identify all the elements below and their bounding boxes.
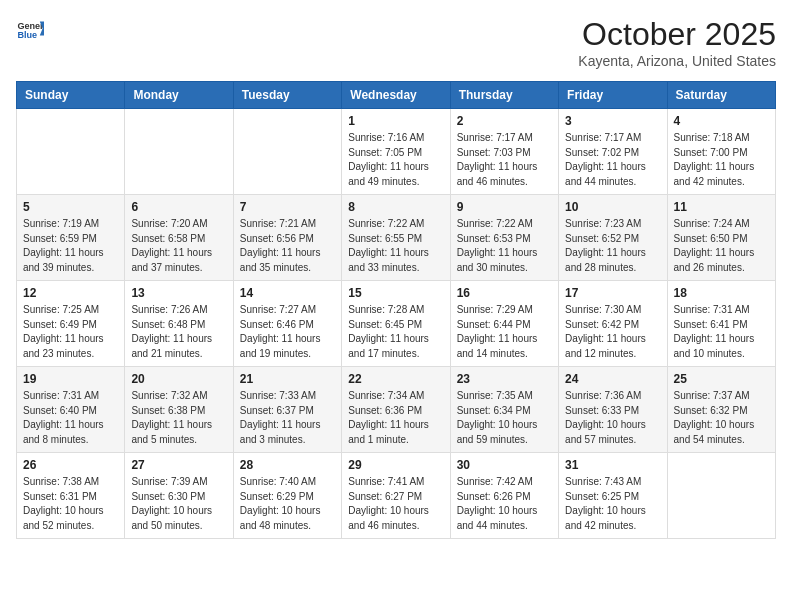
calendar-cell: 2Sunrise: 7:17 AM Sunset: 7:03 PM Daylig…: [450, 109, 558, 195]
day-number: 14: [240, 286, 335, 300]
day-number: 29: [348, 458, 443, 472]
weekday-header-tuesday: Tuesday: [233, 82, 341, 109]
calendar-cell: 20Sunrise: 7:32 AM Sunset: 6:38 PM Dayli…: [125, 367, 233, 453]
day-number: 20: [131, 372, 226, 386]
calendar-cell: 27Sunrise: 7:39 AM Sunset: 6:30 PM Dayli…: [125, 453, 233, 539]
calendar-cell: 10Sunrise: 7:23 AM Sunset: 6:52 PM Dayli…: [559, 195, 667, 281]
day-number: 16: [457, 286, 552, 300]
calendar-cell: 15Sunrise: 7:28 AM Sunset: 6:45 PM Dayli…: [342, 281, 450, 367]
weekday-header-saturday: Saturday: [667, 82, 775, 109]
calendar-cell: 7Sunrise: 7:21 AM Sunset: 6:56 PM Daylig…: [233, 195, 341, 281]
page-header: General Blue October 2025 Kayenta, Arizo…: [16, 16, 776, 69]
day-info: Sunrise: 7:41 AM Sunset: 6:27 PM Dayligh…: [348, 475, 443, 533]
logo-icon: General Blue: [16, 16, 44, 44]
day-info: Sunrise: 7:36 AM Sunset: 6:33 PM Dayligh…: [565, 389, 660, 447]
calendar-cell: 1Sunrise: 7:16 AM Sunset: 7:05 PM Daylig…: [342, 109, 450, 195]
day-number: 3: [565, 114, 660, 128]
logo: General Blue: [16, 16, 44, 44]
day-number: 2: [457, 114, 552, 128]
day-info: Sunrise: 7:23 AM Sunset: 6:52 PM Dayligh…: [565, 217, 660, 275]
calendar-cell: 22Sunrise: 7:34 AM Sunset: 6:36 PM Dayli…: [342, 367, 450, 453]
calendar-cell: 30Sunrise: 7:42 AM Sunset: 6:26 PM Dayli…: [450, 453, 558, 539]
calendar-cell: [17, 109, 125, 195]
day-info: Sunrise: 7:20 AM Sunset: 6:58 PM Dayligh…: [131, 217, 226, 275]
calendar-cell: 4Sunrise: 7:18 AM Sunset: 7:00 PM Daylig…: [667, 109, 775, 195]
day-info: Sunrise: 7:19 AM Sunset: 6:59 PM Dayligh…: [23, 217, 118, 275]
calendar-week-row: 1Sunrise: 7:16 AM Sunset: 7:05 PM Daylig…: [17, 109, 776, 195]
day-number: 1: [348, 114, 443, 128]
calendar-week-row: 12Sunrise: 7:25 AM Sunset: 6:49 PM Dayli…: [17, 281, 776, 367]
day-info: Sunrise: 7:31 AM Sunset: 6:40 PM Dayligh…: [23, 389, 118, 447]
day-number: 19: [23, 372, 118, 386]
calendar-cell: [125, 109, 233, 195]
day-number: 26: [23, 458, 118, 472]
calendar-week-row: 19Sunrise: 7:31 AM Sunset: 6:40 PM Dayli…: [17, 367, 776, 453]
day-info: Sunrise: 7:22 AM Sunset: 6:53 PM Dayligh…: [457, 217, 552, 275]
weekday-header-sunday: Sunday: [17, 82, 125, 109]
weekday-header-row: SundayMondayTuesdayWednesdayThursdayFrid…: [17, 82, 776, 109]
day-number: 18: [674, 286, 769, 300]
day-number: 5: [23, 200, 118, 214]
weekday-header-thursday: Thursday: [450, 82, 558, 109]
calendar-cell: [667, 453, 775, 539]
day-info: Sunrise: 7:43 AM Sunset: 6:25 PM Dayligh…: [565, 475, 660, 533]
day-info: Sunrise: 7:16 AM Sunset: 7:05 PM Dayligh…: [348, 131, 443, 189]
day-number: 7: [240, 200, 335, 214]
day-number: 9: [457, 200, 552, 214]
day-number: 30: [457, 458, 552, 472]
day-info: Sunrise: 7:21 AM Sunset: 6:56 PM Dayligh…: [240, 217, 335, 275]
day-info: Sunrise: 7:24 AM Sunset: 6:50 PM Dayligh…: [674, 217, 769, 275]
day-number: 27: [131, 458, 226, 472]
calendar-week-row: 5Sunrise: 7:19 AM Sunset: 6:59 PM Daylig…: [17, 195, 776, 281]
day-number: 25: [674, 372, 769, 386]
calendar-cell: 16Sunrise: 7:29 AM Sunset: 6:44 PM Dayli…: [450, 281, 558, 367]
day-info: Sunrise: 7:22 AM Sunset: 6:55 PM Dayligh…: [348, 217, 443, 275]
day-info: Sunrise: 7:29 AM Sunset: 6:44 PM Dayligh…: [457, 303, 552, 361]
calendar-cell: 19Sunrise: 7:31 AM Sunset: 6:40 PM Dayli…: [17, 367, 125, 453]
weekday-header-monday: Monday: [125, 82, 233, 109]
day-number: 31: [565, 458, 660, 472]
day-info: Sunrise: 7:18 AM Sunset: 7:00 PM Dayligh…: [674, 131, 769, 189]
weekday-header-wednesday: Wednesday: [342, 82, 450, 109]
day-info: Sunrise: 7:30 AM Sunset: 6:42 PM Dayligh…: [565, 303, 660, 361]
weekday-header-friday: Friday: [559, 82, 667, 109]
calendar-cell: 21Sunrise: 7:33 AM Sunset: 6:37 PM Dayli…: [233, 367, 341, 453]
day-number: 10: [565, 200, 660, 214]
day-number: 4: [674, 114, 769, 128]
calendar-week-row: 26Sunrise: 7:38 AM Sunset: 6:31 PM Dayli…: [17, 453, 776, 539]
calendar-cell: 8Sunrise: 7:22 AM Sunset: 6:55 PM Daylig…: [342, 195, 450, 281]
calendar-cell: 23Sunrise: 7:35 AM Sunset: 6:34 PM Dayli…: [450, 367, 558, 453]
calendar-cell: 28Sunrise: 7:40 AM Sunset: 6:29 PM Dayli…: [233, 453, 341, 539]
day-info: Sunrise: 7:39 AM Sunset: 6:30 PM Dayligh…: [131, 475, 226, 533]
day-info: Sunrise: 7:40 AM Sunset: 6:29 PM Dayligh…: [240, 475, 335, 533]
calendar-cell: 9Sunrise: 7:22 AM Sunset: 6:53 PM Daylig…: [450, 195, 558, 281]
day-info: Sunrise: 7:32 AM Sunset: 6:38 PM Dayligh…: [131, 389, 226, 447]
svg-text:Blue: Blue: [17, 30, 37, 40]
day-info: Sunrise: 7:34 AM Sunset: 6:36 PM Dayligh…: [348, 389, 443, 447]
day-info: Sunrise: 7:28 AM Sunset: 6:45 PM Dayligh…: [348, 303, 443, 361]
day-info: Sunrise: 7:17 AM Sunset: 7:02 PM Dayligh…: [565, 131, 660, 189]
day-info: Sunrise: 7:25 AM Sunset: 6:49 PM Dayligh…: [23, 303, 118, 361]
calendar-cell: 26Sunrise: 7:38 AM Sunset: 6:31 PM Dayli…: [17, 453, 125, 539]
day-number: 8: [348, 200, 443, 214]
calendar-cell: 14Sunrise: 7:27 AM Sunset: 6:46 PM Dayli…: [233, 281, 341, 367]
day-info: Sunrise: 7:33 AM Sunset: 6:37 PM Dayligh…: [240, 389, 335, 447]
day-number: 6: [131, 200, 226, 214]
calendar-cell: 17Sunrise: 7:30 AM Sunset: 6:42 PM Dayli…: [559, 281, 667, 367]
day-info: Sunrise: 7:38 AM Sunset: 6:31 PM Dayligh…: [23, 475, 118, 533]
calendar-cell: 18Sunrise: 7:31 AM Sunset: 6:41 PM Dayli…: [667, 281, 775, 367]
calendar-cell: 6Sunrise: 7:20 AM Sunset: 6:58 PM Daylig…: [125, 195, 233, 281]
calendar-cell: 11Sunrise: 7:24 AM Sunset: 6:50 PM Dayli…: [667, 195, 775, 281]
day-number: 13: [131, 286, 226, 300]
calendar-cell: 24Sunrise: 7:36 AM Sunset: 6:33 PM Dayli…: [559, 367, 667, 453]
day-number: 12: [23, 286, 118, 300]
calendar-cell: 3Sunrise: 7:17 AM Sunset: 7:02 PM Daylig…: [559, 109, 667, 195]
day-info: Sunrise: 7:17 AM Sunset: 7:03 PM Dayligh…: [457, 131, 552, 189]
day-info: Sunrise: 7:27 AM Sunset: 6:46 PM Dayligh…: [240, 303, 335, 361]
calendar-table: SundayMondayTuesdayWednesdayThursdayFrid…: [16, 81, 776, 539]
day-number: 21: [240, 372, 335, 386]
month-title: October 2025: [578, 16, 776, 53]
calendar-cell: 13Sunrise: 7:26 AM Sunset: 6:48 PM Dayli…: [125, 281, 233, 367]
day-number: 11: [674, 200, 769, 214]
day-number: 22: [348, 372, 443, 386]
